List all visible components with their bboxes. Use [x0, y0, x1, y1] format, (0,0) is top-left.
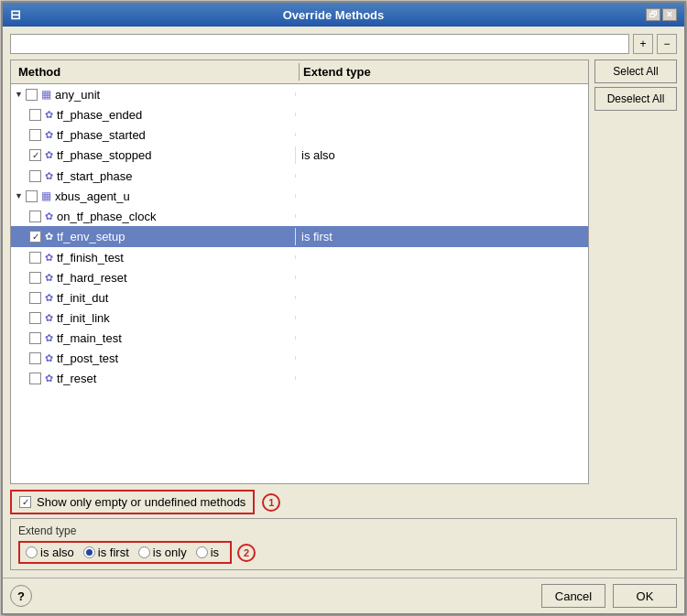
row-checkbox[interactable] [29, 292, 41, 304]
remove-icon-button[interactable]: − [657, 34, 677, 54]
table-row[interactable]: ✿ tf_hard_reset [11, 267, 588, 287]
gear-icon: ✿ [45, 272, 53, 284]
main-content: Method Extend type ▼ ▦ any_unit [10, 59, 677, 484]
show-only-label: Show only empty or undefined methods [37, 495, 245, 509]
item-name: tf_phase_ended [57, 108, 142, 122]
gear-icon: ✿ [45, 352, 53, 364]
row-checkbox[interactable] [29, 109, 41, 121]
row-left: ✿ tf_phase_stopped [11, 148, 295, 162]
table-row[interactable]: ✿ tf_start_phase [11, 166, 588, 186]
table-row[interactable]: ✿ tf_phase_started [11, 124, 588, 145]
table-row[interactable]: ▼ ▦ xbus_agent_u [11, 186, 588, 206]
radio-is-first-btn[interactable] [83, 546, 95, 558]
table-row[interactable]: ✿ tf_main_test [11, 328, 588, 348]
row-checkbox[interactable] [29, 373, 41, 384]
row-checkbox[interactable] [29, 170, 41, 182]
help-button[interactable]: ? [10, 585, 32, 607]
gear-icon: ✿ [45, 129, 53, 141]
dialog-title: Override Methods [283, 8, 385, 22]
radio-is-also: is also [26, 546, 74, 559]
extend-val: is also [295, 146, 588, 164]
title-bar: ⊟ Override Methods 🗗 ✕ [3, 3, 684, 27]
item-name: tf_phase_stopped [57, 148, 151, 162]
radio-is-only-btn[interactable] [138, 546, 150, 558]
item-name: tf_init_dut [57, 291, 108, 305]
row-checkbox[interactable] [29, 231, 41, 243]
item-name: tf_init_link [57, 311, 110, 325]
row-left: ✿ tf_env_setup [11, 230, 295, 243]
radio-is-only-label: is only [153, 546, 187, 559]
table-row[interactable]: ▼ ▦ any_unit [11, 84, 588, 104]
dialog-body: + − Method Extend type ▼ ▦ any_unit [3, 27, 684, 578]
table-row[interactable]: ✿ tf_init_link [11, 308, 588, 328]
row-left: ✿ tf_start_phase [11, 169, 295, 183]
cancel-button[interactable]: Cancel [541, 584, 605, 608]
table-row[interactable]: ✿ tf_post_test [11, 348, 588, 368]
extend-val [295, 316, 588, 319]
tree-header: Method Extend type [11, 60, 588, 84]
radio-is-btn[interactable] [196, 546, 208, 558]
deselect-all-button[interactable]: Deselect All [594, 87, 677, 111]
row-checkbox[interactable] [29, 211, 41, 222]
extend-val: is first [295, 228, 588, 245]
gear-icon: ✿ [45, 252, 53, 264]
row-checkbox[interactable] [26, 190, 38, 202]
ok-button[interactable]: OK [613, 584, 677, 608]
table-row[interactable]: ✿ on_tf_phase_clock [11, 206, 588, 226]
table-row[interactable]: ✿ tf_phase_stopped is also [11, 145, 588, 166]
row-left: ✿ tf_post_test [11, 351, 295, 365]
table-row[interactable]: ✿ tf_env_setup is first [11, 226, 588, 247]
arrow-icon: ▼ [15, 191, 24, 200]
table-row[interactable]: ✿ tf_reset [11, 368, 588, 388]
table-row[interactable]: ✿ tf_finish_test [11, 247, 588, 267]
item-name: tf_reset [57, 372, 96, 385]
table-row[interactable]: ✿ tf_phase_ended [11, 104, 588, 124]
extend-val [295, 92, 588, 96]
row-left: ✿ tf_main_test [11, 331, 295, 345]
row-left: ✿ tf_finish_test [11, 251, 295, 265]
extend-val [295, 214, 588, 218]
row-left: ▼ ▦ any_unit [11, 88, 295, 102]
extend-val [295, 276, 588, 279]
gear-icon: ✿ [45, 373, 53, 384]
row-left: ▼ ▦ xbus_agent_u [11, 189, 295, 203]
item-name: any_unit [55, 88, 100, 102]
row-checkbox[interactable] [29, 272, 41, 284]
add-icon-button[interactable]: + [633, 34, 653, 54]
col-extend-header: Extend type [299, 63, 584, 81]
extend-val [295, 174, 588, 178]
row-checkbox[interactable] [29, 312, 41, 324]
radio-group-box: is also is first is only is [18, 541, 232, 564]
dialog-icon: ⊟ [10, 7, 21, 22]
row-left: ✿ tf_hard_reset [11, 271, 295, 285]
close-button[interactable]: ✕ [662, 8, 677, 21]
arrow-icon: ▼ [15, 90, 24, 99]
restore-button[interactable]: 🗗 [646, 8, 660, 21]
radio-is-first: is first [83, 546, 129, 559]
extend-type-label: Extend type [18, 524, 669, 537]
folder-icon: ▦ [41, 88, 51, 101]
side-buttons: Select All Deselect All [594, 59, 677, 484]
select-all-button[interactable]: Select All [594, 59, 677, 83]
table-row[interactable]: ✿ tf_init_dut [11, 287, 588, 308]
item-name: tf_finish_test [57, 251, 124, 265]
gear-icon: ✿ [45, 109, 53, 121]
search-input[interactable] [10, 34, 629, 54]
row-checkbox[interactable] [29, 252, 41, 264]
item-name: tf_start_phase [57, 169, 132, 183]
row-checkbox[interactable] [26, 89, 38, 101]
row-checkbox[interactable] [29, 149, 41, 161]
bottom-bar: ? Cancel OK [3, 578, 684, 613]
item-name: tf_env_setup [57, 230, 125, 243]
row-checkbox[interactable] [29, 129, 41, 141]
show-only-checkbox[interactable] [19, 496, 31, 508]
row-left: ✿ tf_phase_started [11, 128, 295, 142]
radio-is-also-btn[interactable] [26, 546, 38, 558]
gear-icon: ✿ [45, 312, 53, 324]
row-checkbox[interactable] [29, 332, 41, 344]
extend-row-wrapper: is also is first is only is [18, 541, 669, 564]
bottom-right-buttons: Cancel OK [541, 584, 677, 608]
annotation-1: 1 [262, 493, 280, 512]
item-name: tf_hard_reset [57, 271, 127, 285]
row-checkbox[interactable] [29, 352, 41, 364]
